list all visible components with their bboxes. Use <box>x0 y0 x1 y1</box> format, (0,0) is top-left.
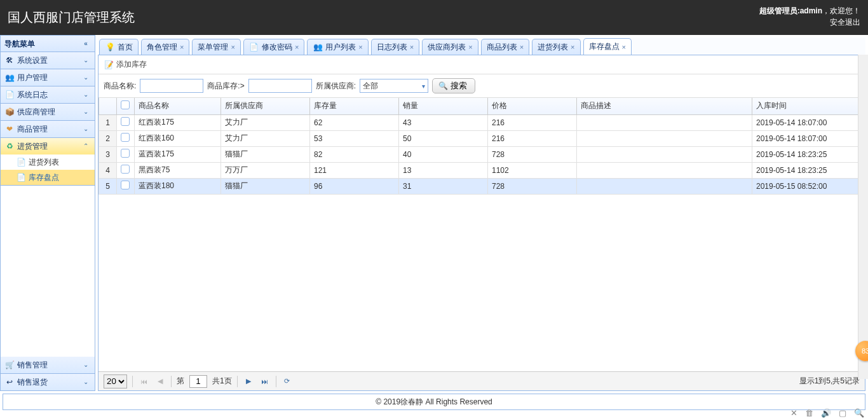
close-icon[interactable]: × <box>180 43 184 51</box>
table-row[interactable]: 2红西装160艾力厂53502162019-05-14 18:07:00 <box>99 130 865 146</box>
expand-icon: ⌄ <box>81 55 91 65</box>
close-icon[interactable]: × <box>622 43 626 51</box>
col-stock[interactable]: 库存量 <box>310 98 399 114</box>
close-icon[interactable]: × <box>410 43 414 51</box>
table-row[interactable]: 4黑西装75万万厂1211311022019-05-14 18:23:25 <box>99 162 865 178</box>
col-desc[interactable]: 商品描述 <box>577 98 752 114</box>
close-icon[interactable]: × <box>295 43 299 51</box>
stock-input[interactable] <box>248 79 312 93</box>
sidebar-item-purchase-mgmt[interactable]: ♻进货管理 ⌃ <box>1 138 95 155</box>
sidebar-item-system-log[interactable]: 📄系统日志 ⌄ <box>1 86 95 103</box>
close-icon[interactable]: × <box>520 43 524 51</box>
sales-cell: 31 <box>399 178 488 194</box>
sidebar-item-label: 系统日志 <box>17 86 48 103</box>
table-row[interactable]: 1红西装175艾力厂62432162019-05-14 18:07:00 <box>99 114 865 130</box>
tab-label: 进货列表 <box>538 42 568 53</box>
table-row[interactable]: 3蓝西装175猫猫厂82407282019-05-14 18:23:25 <box>99 146 865 162</box>
checkbox-all[interactable] <box>121 100 130 109</box>
check-cell[interactable] <box>117 130 135 146</box>
page-input[interactable] <box>189 375 207 388</box>
sidebar-item-user-mgmt[interactable]: 👥用户管理 ⌄ <box>1 69 95 86</box>
table-row[interactable]: 5蓝西装180猫猫厂96317282019-05-15 08:52:00 <box>99 178 865 194</box>
tab-label: 库存盘点 <box>589 41 620 52</box>
col-check[interactable] <box>117 98 135 114</box>
sidebar-item-product-mgmt[interactable]: ❤商品管理 ⌄ <box>1 121 95 137</box>
expand-icon: ⌄ <box>81 107 91 117</box>
sidebar-header: 导航菜单 « <box>1 36 95 52</box>
search-button[interactable]: 🔍 搜索 <box>432 78 475 93</box>
tab-change-password[interactable]: 📄修改密码× <box>243 39 304 55</box>
row-checkbox[interactable] <box>121 117 130 126</box>
combo-value: 全部 <box>363 81 378 92</box>
inventory-grid: 商品名称 所属供应商 库存量 销量 价格 商品描述 入库时间 1红西装175艾力… <box>98 98 865 195</box>
supplier-cell: 猫猫厂 <box>221 146 310 162</box>
sidebar-item-sales-mgmt[interactable]: 🛒销售管理 ⌄ <box>1 357 95 373</box>
expand-icon: ⌄ <box>81 377 91 387</box>
scrollbar[interactable] <box>858 55 868 379</box>
sidebar-item-supplier-mgmt[interactable]: 📦供应商管理 ⌄ <box>1 104 95 120</box>
header-user-area: 超级管理员:admin，欢迎您！ 安全退出 <box>759 5 860 28</box>
col-time[interactable]: 入库时间 <box>752 98 865 114</box>
tab-role-mgmt[interactable]: 角色管理× <box>141 39 189 55</box>
check-cell[interactable] <box>117 114 135 130</box>
tab-strip: 💡首页 角色管理× 菜单管理× 📄修改密码× 👥用户列表× 日志列表× 供应商列… <box>98 38 865 55</box>
tab-purchase-list[interactable]: 进货列表× <box>532 39 580 55</box>
tree-item-purchase-list[interactable]: 📄 进货列表 <box>1 155 95 170</box>
tree-item-label: 进货列表 <box>29 155 59 170</box>
tab-product-list[interactable]: 商品列表× <box>481 39 529 55</box>
product-name-input[interactable] <box>140 79 203 93</box>
name-cell: 红西装175 <box>135 114 221 130</box>
next-page-button[interactable]: ▶ <box>243 376 254 387</box>
tab-user-list[interactable]: 👥用户列表× <box>307 39 368 55</box>
time-cell: 2019-05-15 08:52:00 <box>752 178 865 194</box>
close-icon[interactable]: × <box>358 43 362 51</box>
desc-cell <box>577 162 752 178</box>
row-checkbox[interactable] <box>121 149 130 158</box>
first-page-button[interactable]: ⏮ <box>138 376 149 387</box>
check-cell[interactable] <box>117 162 135 178</box>
col-sales[interactable]: 销量 <box>399 98 488 114</box>
row-checkbox[interactable] <box>121 133 130 142</box>
stock-label: 商品库存:> <box>207 81 244 92</box>
prev-page-button[interactable]: ◀ <box>154 376 166 387</box>
stock-cell: 53 <box>310 130 399 146</box>
grid-header-row: 商品名称 所属供应商 库存量 销量 价格 商品描述 入库时间 <box>99 98 865 114</box>
sidebar-collapse-icon[interactable]: « <box>81 39 91 49</box>
row-checkbox[interactable] <box>121 165 130 174</box>
sidebar-item-label: 系统设置 <box>17 52 48 69</box>
tab-home[interactable]: 💡首页 <box>99 39 139 55</box>
tab-supplier-list[interactable]: 供应商列表× <box>422 39 478 55</box>
add-stock-button[interactable]: 📝 添加库存 <box>104 59 147 70</box>
col-name[interactable]: 商品名称 <box>135 98 221 114</box>
desc-cell <box>577 178 752 194</box>
close-icon[interactable]: × <box>468 43 472 51</box>
check-cell[interactable] <box>117 146 135 162</box>
col-price[interactable]: 价格 <box>488 98 577 114</box>
sidebar-item-system-settings[interactable]: 🛠系统设置 ⌄ <box>1 52 95 69</box>
users-icon: 👥 <box>4 72 15 83</box>
close-icon[interactable]: × <box>571 43 574 51</box>
edit-icon: 📝 <box>104 60 114 70</box>
logout-link[interactable]: 安全退出 <box>830 18 860 27</box>
tab-log-list[interactable]: 日志列表× <box>371 39 419 55</box>
button-label: 搜索 <box>451 80 467 92</box>
tray-icon: ✕ <box>790 408 797 418</box>
sidebar-item-sales-return[interactable]: ↩销售退货 ⌄ <box>1 374 95 390</box>
sales-cell: 13 <box>399 162 488 178</box>
supplier-combo[interactable]: 全部 ▾ <box>360 79 428 93</box>
refresh-button[interactable]: ⟳ <box>281 376 293 387</box>
close-icon[interactable]: × <box>231 43 234 51</box>
doc-icon: 📄 <box>249 42 259 52</box>
check-cell[interactable] <box>117 178 135 194</box>
row-checkbox[interactable] <box>121 181 130 189</box>
sidebar-item-label: 销售管理 <box>17 357 48 373</box>
expand-icon: ⌄ <box>81 72 91 83</box>
time-cell: 2019-05-14 18:07:00 <box>752 130 865 146</box>
tree-item-inventory-check[interactable]: 📄 库存盘点 <box>1 170 95 185</box>
tray-icon: 🗑 <box>805 408 813 418</box>
tab-menu-mgmt[interactable]: 菜单管理× <box>192 39 240 55</box>
last-page-button[interactable]: ⏭ <box>259 376 271 387</box>
col-supplier[interactable]: 所属供应商 <box>221 98 310 114</box>
tab-inventory-check[interactable]: 库存盘点× <box>583 38 632 55</box>
page-size-select[interactable]: 20 <box>104 374 127 388</box>
